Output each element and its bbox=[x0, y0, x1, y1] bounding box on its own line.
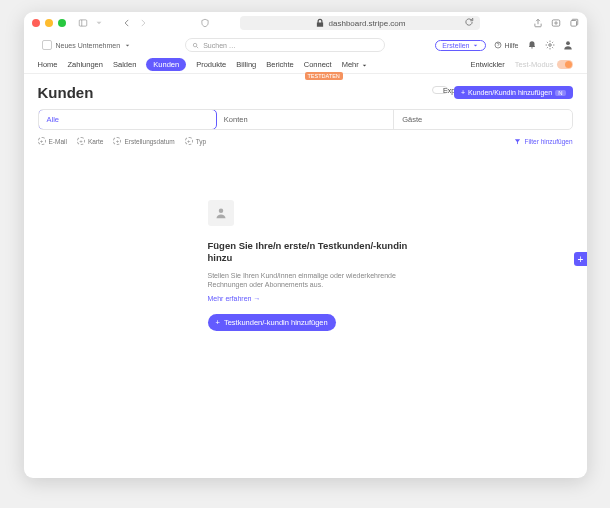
svg-line-7 bbox=[197, 46, 199, 48]
new-tab-icon[interactable] bbox=[551, 18, 561, 28]
shield-icon[interactable] bbox=[200, 18, 210, 28]
filter-bar: +E-Mail +Karte +Erstellungsdatum +Typ Fi… bbox=[38, 137, 573, 145]
settings-icon[interactable] bbox=[545, 40, 555, 50]
maximize-window[interactable] bbox=[58, 19, 66, 27]
empty-state: Fügen Sie Ihre/n erste/n Testkunden/-kun… bbox=[38, 200, 573, 331]
nav-payments[interactable]: Zahlungen bbox=[68, 60, 103, 69]
chevron-down-icon bbox=[361, 62, 368, 69]
nav-balances[interactable]: Salden bbox=[113, 60, 136, 69]
filter-created[interactable]: +Erstellungsdatum bbox=[113, 137, 174, 145]
export-button[interactable]: Exportieren bbox=[432, 86, 448, 94]
browser-chrome: dashboard.stripe.com bbox=[24, 12, 587, 34]
segment-guests[interactable]: Gäste bbox=[394, 110, 571, 129]
filter-card[interactable]: +Karte bbox=[77, 137, 104, 145]
chevron-down-icon[interactable] bbox=[94, 18, 104, 28]
plus-circle-icon: + bbox=[185, 137, 193, 145]
create-button[interactable]: Erstellen bbox=[435, 40, 486, 51]
svg-rect-0 bbox=[79, 20, 87, 26]
add-customer-button[interactable]: + Kunden/Kundin hinzufügen N bbox=[454, 86, 573, 99]
help-icon bbox=[494, 41, 502, 49]
nav-billing[interactable]: Billing bbox=[236, 60, 256, 69]
plus-icon: + bbox=[216, 318, 220, 327]
empty-title: Fügen Sie Ihre/n erste/n Testkunden/-kun… bbox=[208, 240, 423, 265]
empty-description: Stellen Sie Ihren Kund/innen einmalige o… bbox=[208, 271, 423, 290]
customer-segments: Alle Konten Gäste bbox=[38, 109, 573, 130]
reload-icon[interactable] bbox=[464, 17, 474, 29]
svg-point-9 bbox=[548, 44, 551, 47]
filter-icon bbox=[514, 138, 521, 145]
page-content: Kunden Exportieren + Kunden/Kundin hinzu… bbox=[24, 74, 587, 478]
nav-developers[interactable]: Entwickler bbox=[471, 60, 505, 69]
forward-icon[interactable] bbox=[138, 18, 148, 28]
search-placeholder: Suchen … bbox=[203, 42, 236, 49]
person-icon bbox=[215, 207, 227, 219]
share-icon[interactable] bbox=[533, 18, 543, 28]
side-fab-button[interactable]: + bbox=[574, 252, 587, 266]
traffic-lights bbox=[32, 19, 66, 27]
svg-point-10 bbox=[566, 41, 570, 45]
url-text: dashboard.stripe.com bbox=[329, 19, 406, 28]
minimize-window[interactable] bbox=[45, 19, 53, 27]
page-title: Kunden bbox=[38, 84, 94, 101]
org-name: Neues Unternehmen bbox=[56, 42, 121, 49]
svg-point-11 bbox=[218, 209, 223, 214]
segment-accounts[interactable]: Konten bbox=[216, 110, 394, 129]
svg-rect-5 bbox=[570, 21, 576, 27]
plus-circle-icon: + bbox=[77, 137, 85, 145]
plus-circle-icon: + bbox=[113, 137, 121, 145]
add-test-customer-button[interactable]: + Testkunden/-kundin hinzufügen bbox=[208, 314, 336, 331]
test-mode-toggle[interactable]: Test-Modus bbox=[515, 60, 573, 69]
close-window[interactable] bbox=[32, 19, 40, 27]
org-avatar bbox=[42, 40, 52, 50]
toggle-switch bbox=[557, 60, 573, 69]
nav-customers[interactable]: Kunden bbox=[146, 58, 186, 71]
main-nav: Home Zahlungen Salden Kunden Produkte Bi… bbox=[24, 56, 587, 74]
chevron-down-icon bbox=[472, 42, 479, 49]
lock-icon bbox=[315, 18, 325, 28]
add-filter-button[interactable]: Filter hinzufügen bbox=[514, 138, 572, 145]
nav-home[interactable]: Home bbox=[38, 60, 58, 69]
testdata-badge: TESTDATEN bbox=[305, 72, 343, 80]
nav-more[interactable]: Mehr bbox=[342, 60, 368, 69]
chevron-down-icon bbox=[124, 42, 131, 49]
sidebar-toggle-icon[interactable] bbox=[78, 18, 88, 28]
app-window: dashboard.stripe.com Neues Unternehmen S… bbox=[24, 12, 587, 478]
plus-icon: + bbox=[461, 89, 465, 96]
search-input[interactable]: Suchen … bbox=[185, 38, 385, 52]
tabs-icon[interactable] bbox=[569, 18, 579, 28]
nav-reports[interactable]: Berichte bbox=[266, 60, 294, 69]
segment-all[interactable]: Alle bbox=[38, 109, 217, 130]
plus-circle-icon: + bbox=[38, 137, 46, 145]
url-bar[interactable]: dashboard.stripe.com bbox=[240, 16, 480, 30]
search-icon bbox=[192, 42, 199, 49]
app-header: Neues Unternehmen Suchen … Erstellen Hil… bbox=[24, 34, 587, 56]
profile-icon[interactable] bbox=[563, 40, 573, 50]
empty-state-icon bbox=[208, 200, 234, 226]
nav-products[interactable]: Produkte bbox=[196, 60, 226, 69]
shortcut-key: N bbox=[555, 90, 565, 96]
svg-point-6 bbox=[193, 43, 197, 47]
learn-more-link[interactable]: Mehr erfahren → bbox=[208, 295, 423, 302]
filter-type[interactable]: +Typ bbox=[185, 137, 206, 145]
arrow-right-icon: → bbox=[253, 295, 260, 302]
nav-connect[interactable]: Connect bbox=[304, 60, 332, 69]
filter-email[interactable]: +E-Mail bbox=[38, 137, 67, 145]
org-switcher[interactable]: Neues Unternehmen bbox=[38, 38, 136, 52]
help-link[interactable]: Hilfe bbox=[494, 41, 518, 49]
notifications-icon[interactable] bbox=[527, 40, 537, 50]
back-icon[interactable] bbox=[122, 18, 132, 28]
